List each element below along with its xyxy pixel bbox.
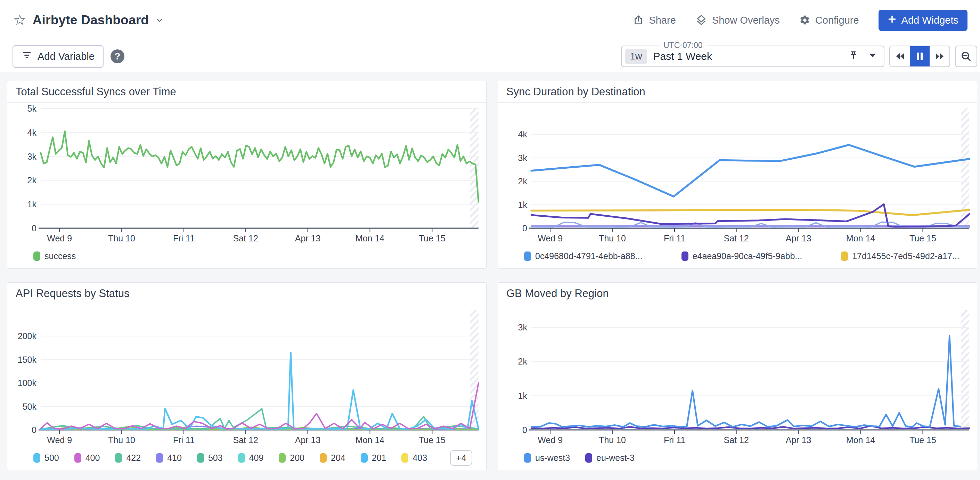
- legend-swatch: [401, 453, 408, 462]
- svg-text:150k: 150k: [18, 355, 37, 365]
- legend-swatch: [841, 252, 848, 261]
- pause-button[interactable]: [910, 46, 930, 67]
- svg-text:0: 0: [522, 425, 527, 435]
- svg-text:3k: 3k: [27, 151, 37, 161]
- chart-canvas-total-successful-syncs[interactable]: 01k2k3k4k5kWed 9Thu 10Fri 11Sat 12Apr 13…: [7, 103, 486, 244]
- legend-item[interactable]: 503: [197, 453, 223, 463]
- svg-text:Sat 12: Sat 12: [233, 233, 258, 243]
- legend-label: 422: [126, 453, 141, 463]
- chart-legend: 500400422410503409200204201403+4: [7, 446, 486, 470]
- top-header: ☆ Airbyte Dashboard Share Show Overlays …: [0, 0, 980, 72]
- svg-text:Mon 14: Mon 14: [846, 233, 875, 243]
- show-overlays-button[interactable]: Show Overlays: [695, 14, 780, 26]
- legend-item[interactable]: 200: [279, 453, 304, 463]
- rewind-button[interactable]: [890, 46, 910, 67]
- legend-item[interactable]: 400: [74, 453, 100, 463]
- widget-title[interactable]: Sync Duration by Destination: [498, 81, 977, 103]
- legend-label: 400: [86, 453, 100, 463]
- legend-swatch: [197, 453, 204, 462]
- widget-title[interactable]: GB Moved by Region: [498, 283, 977, 305]
- chart-legend: us-west3eu-west-3: [498, 446, 977, 470]
- svg-text:Apr 13: Apr 13: [786, 233, 811, 243]
- legend-item[interactable]: 500: [33, 453, 59, 463]
- svg-text:Sat 12: Sat 12: [233, 435, 258, 445]
- legend-more-button[interactable]: +4: [450, 450, 472, 466]
- svg-text:Thu 10: Thu 10: [599, 233, 626, 243]
- chart-canvas-sync-duration[interactable]: 01k2k3k4kWed 9Thu 10Fri 11Sat 12Apr 13Mo…: [498, 103, 977, 244]
- favorite-star-icon[interactable]: ☆: [13, 13, 26, 27]
- legend-label: 17d1455c-7ed5-49d2-a17...: [852, 251, 959, 261]
- svg-text:1k: 1k: [518, 200, 528, 210]
- widget-total-successful-syncs: Total Successful Syncs over Time 01k2k3k…: [7, 81, 487, 268]
- svg-text:2k: 2k: [518, 357, 528, 366]
- legend-item[interactable]: us-west3: [524, 453, 570, 463]
- legend-item[interactable]: 403: [401, 453, 427, 463]
- svg-text:Fri 11: Fri 11: [664, 435, 685, 445]
- legend-swatch: [115, 453, 122, 462]
- svg-text:2k: 2k: [27, 175, 37, 185]
- chart-legend: 0c49680d-4791-4ebb-a88...e4aea90a-90ca-4…: [498, 244, 977, 268]
- dashboard-title: Airbyte Dashboard: [33, 13, 149, 27]
- chart-legend: success: [7, 244, 486, 268]
- svg-text:1k: 1k: [27, 199, 37, 209]
- layers-icon: [695, 14, 707, 26]
- timezone-label: UTC-07:00: [660, 41, 706, 50]
- widget-title[interactable]: API Requests by Status: [7, 283, 486, 305]
- add-variable-button[interactable]: Add Variable: [13, 45, 103, 68]
- plus-icon: [888, 14, 897, 26]
- filter-icon: [22, 50, 32, 63]
- legend-item[interactable]: success: [33, 251, 76, 261]
- svg-text:200k: 200k: [18, 331, 37, 341]
- zoom-out-button[interactable]: [955, 46, 977, 67]
- legend-item[interactable]: 422: [115, 453, 141, 463]
- svg-text:Apr 13: Apr 13: [295, 435, 321, 445]
- legend-item[interactable]: 410: [156, 453, 182, 463]
- title-chevron-down-icon[interactable]: [154, 15, 165, 26]
- fast-forward-button[interactable]: [930, 46, 950, 67]
- time-range-picker[interactable]: UTC-07:00 1w Past 1 Week: [621, 46, 885, 67]
- legend-swatch: [524, 453, 531, 462]
- legend-label: 201: [372, 453, 387, 463]
- svg-text:Mon 14: Mon 14: [846, 435, 875, 445]
- legend-swatch: [156, 453, 163, 462]
- share-button[interactable]: Share: [633, 14, 676, 26]
- legend-label: 503: [208, 453, 223, 463]
- svg-text:Fri 11: Fri 11: [173, 435, 195, 445]
- svg-text:Sat 12: Sat 12: [724, 435, 749, 445]
- chart-canvas-api-requests[interactable]: 050k100k150k200kWed 9Thu 10Fri 11Sat 12A…: [7, 305, 486, 446]
- help-icon[interactable]: ?: [110, 49, 124, 63]
- legend-label: 204: [331, 453, 345, 463]
- legend-swatch: [33, 252, 40, 261]
- svg-text:2k: 2k: [518, 176, 528, 186]
- svg-text:Tue 15: Tue 15: [910, 233, 936, 243]
- configure-label: Configure: [815, 14, 859, 26]
- legend-label: 500: [45, 453, 59, 463]
- pin-icon[interactable]: [848, 50, 859, 62]
- svg-text:Thu 10: Thu 10: [599, 435, 626, 445]
- legend-label: 0c49680d-4791-4ebb-a88...: [535, 251, 643, 261]
- svg-text:Thu 10: Thu 10: [108, 233, 135, 243]
- legend-label: e4aea90a-90ca-49f5-9abb...: [693, 251, 802, 261]
- chart-canvas-gb-moved[interactable]: 01k2k3kWed 9Thu 10Fri 11Sat 12Apr 13Mon …: [498, 305, 977, 446]
- legend-label: 200: [290, 453, 304, 463]
- time-range-label: Past 1 Week: [653, 50, 713, 62]
- svg-text:0: 0: [32, 425, 37, 435]
- legend-item[interactable]: 0c49680d-4791-4ebb-a88...: [524, 251, 643, 261]
- widget-sync-duration: Sync Duration by Destination 01k2k3k4kWe…: [498, 81, 977, 268]
- add-widgets-button[interactable]: Add Widgets: [878, 10, 967, 31]
- legend-item[interactable]: e4aea90a-90ca-49f5-9abb...: [681, 251, 802, 261]
- widget-title[interactable]: Total Successful Syncs over Time: [7, 81, 486, 103]
- picker-caret-down-icon[interactable]: [869, 53, 876, 59]
- legend-item[interactable]: 17d1455c-7ed5-49d2-a17...: [841, 251, 959, 261]
- svg-text:Tue 15: Tue 15: [910, 435, 936, 445]
- svg-text:4k: 4k: [518, 129, 528, 139]
- configure-button[interactable]: Configure: [799, 14, 859, 26]
- add-widgets-label: Add Widgets: [902, 14, 958, 26]
- widget-gb-moved: GB Moved by Region 01k2k3kWed 9Thu 10Fri…: [498, 282, 977, 470]
- legend-item[interactable]: 201: [361, 453, 387, 463]
- legend-item[interactable]: 204: [320, 453, 345, 463]
- legend-item[interactable]: eu-west-3: [585, 453, 635, 463]
- svg-text:Wed 9: Wed 9: [47, 435, 72, 445]
- svg-text:Wed 9: Wed 9: [47, 233, 72, 243]
- legend-item[interactable]: 409: [238, 453, 264, 463]
